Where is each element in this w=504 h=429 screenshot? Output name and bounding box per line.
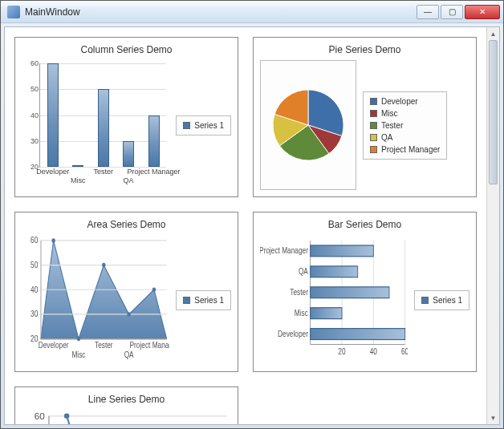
svg-point-12 (51, 238, 55, 243)
legend-item: Series 1 (183, 296, 224, 305)
legend-swatch-icon (370, 110, 377, 117)
legend-item: Project Manager (370, 145, 440, 154)
svg-rect-32 (311, 266, 358, 277)
panel-title-column: Column Series Demo (22, 44, 231, 55)
legend-swatch-icon (370, 134, 377, 141)
legend-item: Developer (370, 97, 440, 106)
legend-item: QA (370, 133, 440, 142)
app-icon (7, 6, 20, 18)
legend-label: Series 1 (433, 296, 462, 305)
legend-label: Misc (381, 109, 398, 118)
legend-bar: Series 1 (414, 290, 469, 310)
svg-text:Misc: Misc (71, 350, 85, 359)
svg-text:60: 60 (35, 411, 46, 421)
main-window: MainWindow — ▢ ✕ Column Series Demo 2030… (0, 0, 504, 429)
legend-label: Series 1 (194, 121, 224, 130)
legend-swatch-icon (370, 146, 377, 153)
legend-area: Series 1 (176, 290, 231, 310)
legend-item: Misc (370, 109, 440, 118)
panel-placeholder (253, 387, 477, 424)
svg-text:Misc: Misc (295, 308, 308, 318)
minimize-button[interactable]: — (417, 5, 439, 19)
legend-label: Tester (381, 121, 403, 130)
svg-text:20: 20 (30, 334, 38, 343)
svg-text:Developer: Developer (278, 329, 308, 338)
svg-point-16 (152, 287, 156, 292)
legend-item: Series 1 (183, 121, 224, 130)
panel-title-area: Area Series Demo (22, 219, 231, 230)
svg-point-15 (127, 312, 130, 317)
scroll-area[interactable]: Column Series Demo 2030405060DeveloperMi… (5, 27, 486, 424)
legend-swatch-icon (183, 297, 190, 304)
svg-text:40: 40 (370, 346, 377, 356)
svg-text:Tester: Tester (95, 340, 113, 350)
svg-text:Tester: Tester (290, 287, 308, 297)
panel-title-bar: Bar Series Demo (260, 219, 469, 230)
svg-line-43 (67, 416, 102, 424)
panel-pie: Pie Series Demo DeveloperMiscTesterQAPro… (253, 37, 477, 197)
svg-rect-34 (311, 287, 389, 298)
maximize-button[interactable]: ▢ (441, 5, 463, 19)
svg-rect-36 (311, 308, 342, 319)
scroll-up-icon[interactable]: ▲ (487, 27, 499, 40)
legend-label: Series 1 (194, 296, 224, 305)
close-button[interactable]: ✕ (465, 5, 500, 19)
panel-column: Column Series Demo 2030405060DeveloperMi… (14, 37, 238, 197)
legend-swatch-icon (370, 122, 377, 129)
scrollbar-thumb[interactable] (489, 40, 498, 184)
svg-point-14 (102, 263, 105, 268)
panel-bar: Bar Series Demo 204060Project Man (253, 212, 477, 372)
svg-text:QA: QA (299, 266, 309, 276)
legend-swatch-icon (421, 297, 429, 304)
svg-text:60: 60 (401, 346, 408, 356)
svg-text:Project Manager: Project Manager (130, 340, 170, 350)
client-area: Column Series Demo 2030405060DeveloperMi… (4, 26, 500, 425)
panel-line: Line Series Demo 60 (14, 387, 238, 424)
titlebar[interactable]: MainWindow — ▢ ✕ (1, 1, 503, 23)
area-chart: 2030405060DeveloperMiscTesterQAProject M… (22, 235, 169, 365)
panel-title-pie: Pie Series Demo (260, 44, 469, 55)
svg-rect-30 (311, 245, 374, 257)
panel-area: Area Series Demo 2030405060Develo (14, 212, 238, 372)
scroll-down-icon[interactable]: ▼ (487, 411, 499, 424)
line-chart: 60 (22, 410, 231, 424)
legend-column: Series 1 (176, 115, 231, 136)
window-title: MainWindow (25, 6, 415, 18)
legend-item: Tester (370, 121, 440, 130)
svg-text:40: 40 (30, 285, 38, 294)
svg-text:QA: QA (124, 350, 135, 359)
legend-item: Series 1 (421, 296, 462, 305)
svg-text:Developer: Developer (39, 340, 69, 350)
panel-title-line: Line Series Demo (22, 394, 231, 405)
svg-rect-38 (311, 329, 405, 340)
svg-point-13 (77, 337, 80, 342)
legend-swatch-icon (370, 98, 377, 105)
vertical-scrollbar[interactable]: ▲ ▼ (486, 27, 499, 424)
svg-text:30: 30 (30, 309, 38, 318)
bar-chart: 204060Project ManagerQATesterMiscDevelop… (260, 235, 408, 365)
svg-text:20: 20 (338, 346, 345, 356)
svg-text:60: 60 (30, 235, 38, 245)
legend-label: QA (381, 133, 392, 142)
column-chart: 2030405060DeveloperMiscTesterQAProject M… (22, 60, 169, 190)
chart-grid: Column Series Demo 2030405060DeveloperMi… (14, 37, 477, 424)
legend-label: Developer (381, 97, 418, 106)
svg-text:Project Manager: Project Manager (260, 245, 308, 255)
pie-chart (260, 60, 356, 190)
legend-label: Project Manager (381, 145, 440, 154)
legend-pie: DeveloperMiscTesterQAProject Manager (363, 91, 447, 160)
legend-swatch-icon (183, 122, 190, 129)
window-buttons: — ▢ ✕ (415, 5, 500, 19)
svg-text:50: 50 (30, 260, 38, 269)
svg-point-44 (64, 414, 70, 419)
